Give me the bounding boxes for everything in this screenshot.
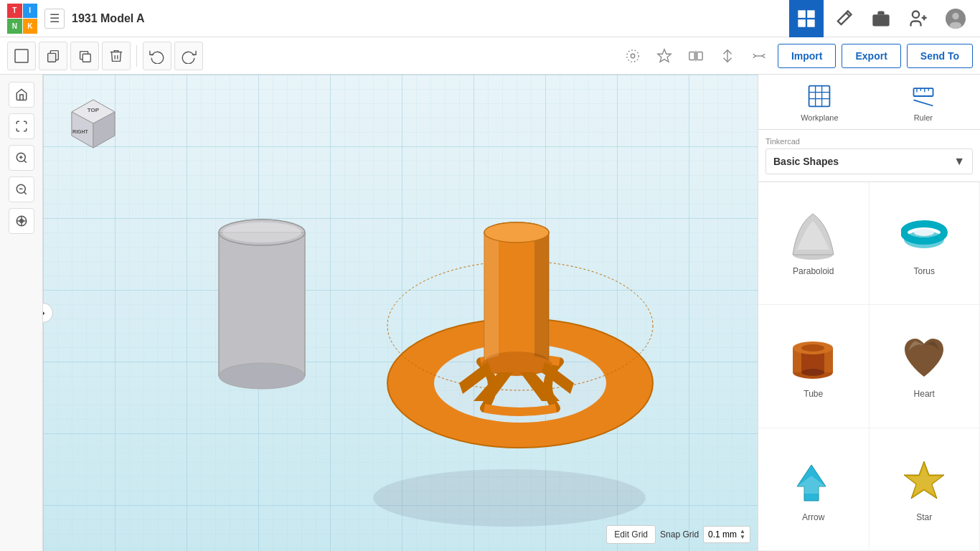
fit-view-btn[interactable] xyxy=(9,113,34,139)
trash-icon xyxy=(108,48,124,64)
logo-n: N xyxy=(7,19,22,34)
star-card[interactable]: Star xyxy=(870,428,981,551)
export-btn[interactable]: Export xyxy=(842,44,900,68)
case-icon xyxy=(871,9,891,29)
hint-btn[interactable] xyxy=(620,43,646,69)
svg-point-9 xyxy=(952,12,958,19)
logo-t: T xyxy=(7,4,22,19)
right-panel: Workplane Ruler Tinkercad xyxy=(758,75,980,551)
mirror-btn[interactable] xyxy=(715,43,740,69)
edit-grid-btn[interactable]: Edit Grid xyxy=(606,525,656,544)
snap-stepper[interactable]: ▲ ▼ xyxy=(740,529,745,540)
main-area: TOP RIGHT Edit Grid Snap Grid 0.1 mm ▲ ▼… xyxy=(0,75,980,551)
svg-rect-4 xyxy=(872,14,889,26)
zoom-out-icon xyxy=(15,183,28,196)
list-icon[interactable]: ☰ xyxy=(44,9,65,29)
left-sidebar xyxy=(0,75,43,551)
undo-icon xyxy=(149,48,165,64)
export-tool-btn[interactable] xyxy=(864,0,898,37)
undo-btn[interactable] xyxy=(143,42,171,70)
workplane-tool-btn[interactable]: Workplane xyxy=(801,82,838,122)
svg-point-10 xyxy=(950,22,961,28)
tube-card[interactable]: Tube xyxy=(758,305,870,428)
symmetry-btn[interactable] xyxy=(746,43,772,69)
align-icon xyxy=(656,48,672,64)
dropdown-category: Tinkercad xyxy=(765,137,973,146)
zoom-in-icon xyxy=(15,151,28,164)
project-title: 1931 Model A xyxy=(72,12,782,25)
snap-down-arrow[interactable]: ▼ xyxy=(740,534,745,540)
svg-rect-13 xyxy=(48,53,56,62)
svg-rect-19 xyxy=(689,52,694,60)
grid-icon xyxy=(796,9,816,29)
svg-text:TOP: TOP xyxy=(88,107,100,113)
svg-rect-63 xyxy=(809,86,830,107)
workplane-icon xyxy=(13,47,30,65)
perspective-btn[interactable] xyxy=(9,208,34,234)
profile-btn[interactable] xyxy=(938,0,973,37)
separator-1 xyxy=(136,45,137,67)
svg-point-56 xyxy=(481,354,552,376)
snap-grid-text: 0.1 mm xyxy=(708,529,737,540)
svg-marker-18 xyxy=(658,49,671,61)
shapes-dropdown[interactable]: Basic Shapes ▼ xyxy=(765,149,973,174)
duplicate-btn[interactable] xyxy=(70,42,99,70)
logo-k: K xyxy=(23,19,38,34)
snap-grid-value[interactable]: 0.1 mm ▲ ▼ xyxy=(703,526,750,543)
ruler-label: Ruler xyxy=(914,113,933,122)
delete-btn[interactable] xyxy=(102,42,131,70)
torus-preview xyxy=(899,210,949,260)
build-tool-btn[interactable] xyxy=(826,0,861,37)
user-plus-icon xyxy=(908,9,928,29)
svg-rect-1 xyxy=(807,10,815,17)
logo-i: I xyxy=(23,4,38,19)
workplane-tool-icon xyxy=(805,82,834,110)
tinkercad-logo[interactable]: T I N K xyxy=(7,4,37,34)
svg-rect-53 xyxy=(484,232,499,362)
ruler-tool-btn[interactable]: Ruler xyxy=(909,82,938,122)
paraboloid-svg xyxy=(790,210,837,260)
star-label: Star xyxy=(916,512,932,522)
zoom-in-btn[interactable] xyxy=(9,145,34,171)
paraboloid-label: Paraboloid xyxy=(793,266,834,276)
heart-preview xyxy=(899,333,949,383)
svg-text:RIGHT: RIGHT xyxy=(72,129,89,134)
workplane-icon-svg xyxy=(806,83,832,109)
torus-card[interactable]: Torus xyxy=(870,182,981,305)
workplane-label: Workplane xyxy=(801,113,838,122)
tube-label: Tube xyxy=(804,389,823,399)
perspective-icon xyxy=(15,215,28,227)
new-workplane-btn[interactable] xyxy=(7,42,36,70)
svg-point-55 xyxy=(484,222,549,242)
heart-card[interactable]: Heart xyxy=(870,305,981,428)
svg-point-44 xyxy=(222,222,301,242)
view-icons xyxy=(620,43,772,69)
home-btn[interactable] xyxy=(9,82,34,108)
paste-icon xyxy=(45,48,61,64)
zoom-out-btn[interactable] xyxy=(9,176,34,202)
paraboloid-card[interactable]: Paraboloid xyxy=(758,182,870,305)
view-cube-svg: TOP RIGHT xyxy=(65,96,122,154)
svg-rect-2 xyxy=(798,19,806,27)
import-btn[interactable]: Import xyxy=(778,44,837,68)
view-cube[interactable]: TOP RIGHT xyxy=(65,96,122,154)
paste-btn[interactable] xyxy=(39,42,67,70)
add-user-btn[interactable] xyxy=(901,0,936,37)
align-btn[interactable] xyxy=(651,43,677,69)
svg-line-73 xyxy=(913,100,933,105)
svg-rect-15 xyxy=(83,54,90,62)
top-bar-right xyxy=(789,0,973,37)
redo-btn[interactable] xyxy=(174,42,203,70)
arrow-card[interactable]: Arrow xyxy=(758,428,870,551)
sendto-btn[interactable]: Send To xyxy=(907,44,973,68)
dropdown-arrow-icon: ▼ xyxy=(953,155,965,168)
viewport[interactable]: TOP RIGHT Edit Grid Snap Grid 0.1 mm ▲ ▼… xyxy=(43,75,758,551)
redo-icon xyxy=(181,48,197,64)
grid-background xyxy=(43,75,758,551)
dropdown-selected: Basic Shapes xyxy=(773,156,839,167)
flip-btn[interactable] xyxy=(683,43,709,69)
hammer-icon xyxy=(834,9,854,29)
grid-view-btn[interactable] xyxy=(789,0,824,37)
snap-grid-label: Snap Grid xyxy=(660,529,699,540)
viewport-bottom: Edit Grid Snap Grid 0.1 mm ▲ ▼ xyxy=(606,525,750,544)
